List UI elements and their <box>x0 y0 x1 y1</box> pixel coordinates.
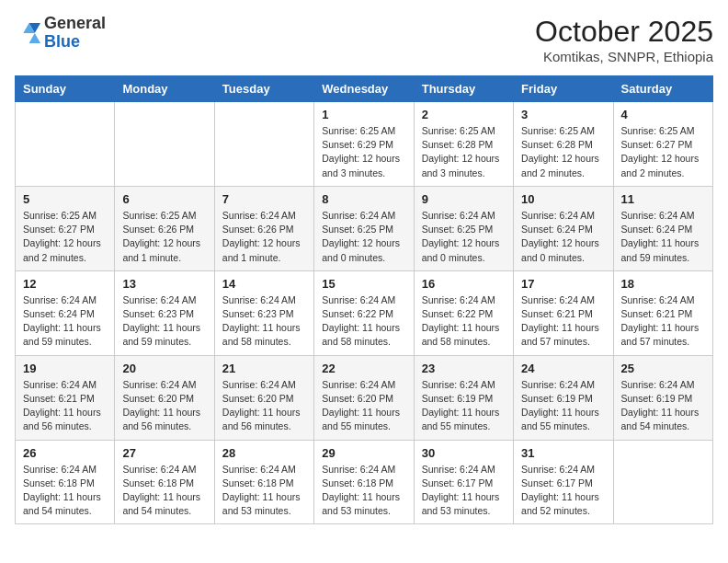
table-row: 24Sunrise: 6:24 AM Sunset: 6:19 PM Dayli… <box>514 355 613 440</box>
day-number: 28 <box>222 446 306 460</box>
day-info: Sunrise: 6:24 AM Sunset: 6:18 PM Dayligh… <box>322 463 405 519</box>
col-thursday: Thursday <box>414 76 513 102</box>
month-title: October 2025 <box>535 15 713 49</box>
day-info: Sunrise: 6:24 AM Sunset: 6:24 PM Dayligh… <box>521 209 605 265</box>
day-number: 9 <box>422 192 506 206</box>
day-info: Sunrise: 6:24 AM Sunset: 6:18 PM Dayligh… <box>122 463 206 519</box>
day-number: 21 <box>222 362 306 375</box>
col-saturday: Saturday <box>613 76 712 102</box>
table-row: 6Sunrise: 6:25 AM Sunset: 6:26 PM Daylig… <box>115 186 214 270</box>
table-row: 14Sunrise: 6:24 AM Sunset: 6:23 PM Dayli… <box>214 270 313 355</box>
day-number: 13 <box>122 277 206 291</box>
day-info: Sunrise: 6:25 AM Sunset: 6:26 PM Dayligh… <box>122 209 206 265</box>
day-info: Sunrise: 6:24 AM Sunset: 6:22 PM Dayligh… <box>422 293 506 350</box>
day-info: Sunrise: 6:24 AM Sunset: 6:20 PM Dayligh… <box>222 378 306 434</box>
day-number: 25 <box>621 362 705 375</box>
day-number: 10 <box>521 192 605 206</box>
table-row: 9Sunrise: 6:24 AM Sunset: 6:25 PM Daylig… <box>414 186 513 270</box>
day-info: Sunrise: 6:25 AM Sunset: 6:29 PM Dayligh… <box>322 124 405 180</box>
day-info: Sunrise: 6:24 AM Sunset: 6:24 PM Dayligh… <box>621 209 705 265</box>
day-info: Sunrise: 6:24 AM Sunset: 6:19 PM Dayligh… <box>521 378 605 434</box>
day-number: 23 <box>422 362 506 375</box>
day-info: Sunrise: 6:24 AM Sunset: 6:25 PM Dayligh… <box>322 209 405 265</box>
location-title: Komtikas, SNNPR, Ethiopia <box>535 49 713 64</box>
day-info: Sunrise: 6:24 AM Sunset: 6:17 PM Dayligh… <box>521 463 605 519</box>
calendar-week-row: 19Sunrise: 6:24 AM Sunset: 6:21 PM Dayli… <box>16 355 713 440</box>
logo-icon <box>15 20 40 46</box>
day-number: 29 <box>322 446 405 460</box>
table-row: 12Sunrise: 6:24 AM Sunset: 6:24 PM Dayli… <box>16 270 115 355</box>
day-number: 6 <box>122 192 206 206</box>
table-row: 22Sunrise: 6:24 AM Sunset: 6:20 PM Dayli… <box>314 355 414 440</box>
day-number: 17 <box>521 277 605 291</box>
table-row: 19Sunrise: 6:24 AM Sunset: 6:21 PM Dayli… <box>16 355 115 440</box>
day-info: Sunrise: 6:24 AM Sunset: 6:21 PM Dayligh… <box>23 378 107 434</box>
table-row <box>16 102 115 187</box>
table-row: 2Sunrise: 6:25 AM Sunset: 6:28 PM Daylig… <box>414 102 513 187</box>
day-info: Sunrise: 6:25 AM Sunset: 6:27 PM Dayligh… <box>621 124 705 180</box>
table-row: 17Sunrise: 6:24 AM Sunset: 6:21 PM Dayli… <box>514 270 613 355</box>
day-info: Sunrise: 6:24 AM Sunset: 6:21 PM Dayligh… <box>521 293 605 350</box>
table-row: 5Sunrise: 6:25 AM Sunset: 6:27 PM Daylig… <box>16 186 115 270</box>
table-row: 21Sunrise: 6:24 AM Sunset: 6:20 PM Dayli… <box>214 355 313 440</box>
day-number: 5 <box>23 192 107 206</box>
title-block: October 2025 Komtikas, SNNPR, Ethiopia <box>535 15 713 64</box>
day-number: 20 <box>122 362 206 375</box>
day-info: Sunrise: 6:24 AM Sunset: 6:17 PM Dayligh… <box>422 463 506 519</box>
day-number: 14 <box>222 277 306 291</box>
table-row: 25Sunrise: 6:24 AM Sunset: 6:19 PM Dayli… <box>613 355 712 440</box>
table-row: 15Sunrise: 6:24 AM Sunset: 6:22 PM Dayli… <box>314 270 414 355</box>
table-row: 11Sunrise: 6:24 AM Sunset: 6:24 PM Dayli… <box>613 186 712 270</box>
day-info: Sunrise: 6:24 AM Sunset: 6:20 PM Dayligh… <box>122 378 206 434</box>
day-info: Sunrise: 6:24 AM Sunset: 6:24 PM Dayligh… <box>23 293 107 350</box>
day-info: Sunrise: 6:24 AM Sunset: 6:22 PM Dayligh… <box>322 293 405 350</box>
day-number: 27 <box>122 446 206 460</box>
day-info: Sunrise: 6:25 AM Sunset: 6:28 PM Dayligh… <box>521 124 605 180</box>
table-row <box>214 102 313 187</box>
day-number: 11 <box>621 192 705 206</box>
svg-marker-1 <box>29 33 40 43</box>
table-row <box>115 102 214 187</box>
calendar-week-row: 12Sunrise: 6:24 AM Sunset: 6:24 PM Dayli… <box>16 270 713 355</box>
logo-text: General Blue <box>44 15 106 52</box>
day-number: 4 <box>621 108 705 121</box>
table-row: 20Sunrise: 6:24 AM Sunset: 6:20 PM Dayli… <box>115 355 214 440</box>
day-info: Sunrise: 6:24 AM Sunset: 6:23 PM Dayligh… <box>122 293 206 350</box>
table-row: 16Sunrise: 6:24 AM Sunset: 6:22 PM Dayli… <box>414 270 513 355</box>
calendar-header-row: Sunday Monday Tuesday Wednesday Thursday… <box>16 76 713 102</box>
day-number: 18 <box>621 277 705 291</box>
table-row: 26Sunrise: 6:24 AM Sunset: 6:18 PM Dayli… <box>16 440 115 524</box>
day-info: Sunrise: 6:24 AM Sunset: 6:18 PM Dayligh… <box>23 463 107 519</box>
calendar-week-row: 26Sunrise: 6:24 AM Sunset: 6:18 PM Dayli… <box>16 440 713 524</box>
day-number: 16 <box>422 277 506 291</box>
col-friday: Friday <box>514 76 613 102</box>
day-info: Sunrise: 6:24 AM Sunset: 6:19 PM Dayligh… <box>422 378 506 434</box>
table-row: 28Sunrise: 6:24 AM Sunset: 6:18 PM Dayli… <box>214 440 313 524</box>
day-number: 15 <box>322 277 405 291</box>
table-row: 29Sunrise: 6:24 AM Sunset: 6:18 PM Dayli… <box>314 440 414 524</box>
logo-blue: Blue <box>44 32 80 51</box>
logo: General Blue <box>15 15 106 52</box>
logo-general: General <box>44 14 106 32</box>
day-number: 30 <box>422 446 506 460</box>
calendar-week-row: 1Sunrise: 6:25 AM Sunset: 6:29 PM Daylig… <box>16 102 713 187</box>
day-number: 3 <box>521 108 605 121</box>
day-info: Sunrise: 6:24 AM Sunset: 6:19 PM Dayligh… <box>621 378 705 434</box>
table-row: 23Sunrise: 6:24 AM Sunset: 6:19 PM Dayli… <box>414 355 513 440</box>
day-info: Sunrise: 6:25 AM Sunset: 6:28 PM Dayligh… <box>422 124 506 180</box>
table-row: 18Sunrise: 6:24 AM Sunset: 6:21 PM Dayli… <box>613 270 712 355</box>
day-number: 1 <box>322 108 405 121</box>
table-row: 3Sunrise: 6:25 AM Sunset: 6:28 PM Daylig… <box>514 102 613 187</box>
table-row: 8Sunrise: 6:24 AM Sunset: 6:25 PM Daylig… <box>314 186 414 270</box>
table-row: 7Sunrise: 6:24 AM Sunset: 6:26 PM Daylig… <box>214 186 313 270</box>
col-wednesday: Wednesday <box>314 76 414 102</box>
table-row: 4Sunrise: 6:25 AM Sunset: 6:27 PM Daylig… <box>613 102 712 187</box>
col-tuesday: Tuesday <box>214 76 313 102</box>
table-row: 27Sunrise: 6:24 AM Sunset: 6:18 PM Dayli… <box>115 440 214 524</box>
page-header: General Blue October 2025 Komtikas, SNNP… <box>15 15 713 64</box>
table-row: 1Sunrise: 6:25 AM Sunset: 6:29 PM Daylig… <box>314 102 414 187</box>
day-number: 24 <box>521 362 605 375</box>
day-number: 2 <box>422 108 506 121</box>
day-number: 12 <box>23 277 107 291</box>
day-number: 8 <box>322 192 405 206</box>
